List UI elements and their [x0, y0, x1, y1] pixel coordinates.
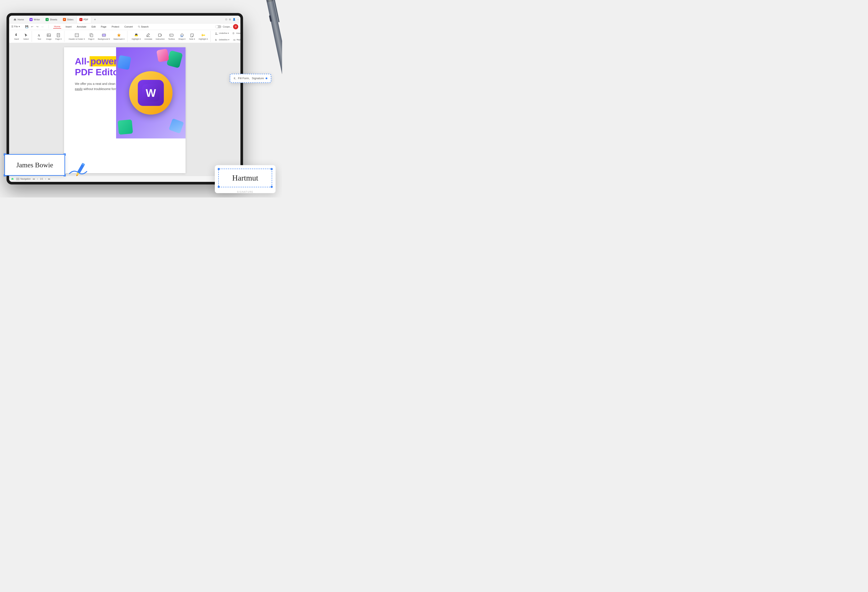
nav-first[interactable]: ⏮: [33, 178, 35, 180]
page2-button[interactable]: Page ▾: [87, 32, 96, 41]
tab-ctrl-grid[interactable]: ⊡: [225, 18, 227, 21]
insert-symbol-button[interactable]: Ω Insert Symbol: [231, 31, 241, 36]
tab-slides-label: Slides: [67, 18, 74, 21]
select-label: Select: [23, 38, 29, 40]
blue-pen-decoration: [67, 161, 93, 180]
menu-annotate[interactable]: Annotate: [76, 25, 87, 28]
add-tab-button[interactable]: +: [93, 17, 97, 22]
svg-rect-39: [16, 179, 19, 179]
james-corners: [4, 154, 66, 176]
page-label: Page ▾: [55, 38, 62, 40]
hartmut-signature-card: Hartmut SIGNATURE: [215, 165, 276, 193]
user-avatar[interactable]: U: [233, 24, 238, 29]
shape-button[interactable]: Shape ▾: [177, 32, 187, 41]
svg-text:A: A: [38, 34, 40, 37]
tab-pdf[interactable]: P PDF: [77, 16, 91, 23]
annotate-label: Annotate: [144, 38, 152, 40]
page-button[interactable]: Page ▾: [54, 32, 63, 41]
shape-icon: [180, 33, 185, 38]
tab-slides[interactable]: P Slides: [61, 16, 76, 23]
background-button[interactable]: Background ▾: [97, 32, 111, 41]
highlight2-button[interactable]: Highlight ▾: [197, 32, 209, 41]
deco-3: [117, 55, 131, 70]
file-menu[interactable]: ☰ File ▾: [11, 25, 20, 28]
svg-rect-19: [135, 35, 138, 36]
svg-rect-21: [158, 34, 161, 37]
page2-icon: [89, 33, 94, 38]
highlight2-icon: [201, 33, 206, 38]
pdf-illustration: W: [116, 47, 186, 139]
tab-ctrl-minimize[interactable]: −: [238, 18, 239, 21]
menu-protect[interactable]: Protect: [111, 25, 120, 28]
deleteline-button[interactable]: S̶ Deleteline ▾: [214, 37, 231, 42]
corner-bl: [218, 186, 220, 188]
menu-search[interactable]: Search: [137, 25, 149, 28]
nav-next[interactable]: ›: [45, 178, 46, 180]
menu-insert[interactable]: Insert: [65, 25, 72, 28]
tab-sheets[interactable]: S Sheets: [43, 16, 60, 23]
fill-form-dot: [266, 77, 267, 79]
file-label[interactable]: ☰ File ▾: [11, 25, 20, 28]
fill-form-text: it、Fill Form、Signature: [234, 77, 264, 80]
image-button[interactable]: Image: [44, 32, 53, 41]
tab-ctrl-split[interactable]: ⊞: [229, 18, 231, 21]
note-icon: [190, 33, 195, 38]
hand-label: Hand: [14, 38, 19, 40]
home-icon: [13, 18, 16, 21]
note-button[interactable]: Note ▾: [188, 32, 196, 41]
redo-icon[interactable]: ↪: [35, 25, 39, 28]
menu-page[interactable]: Page: [100, 25, 108, 28]
textbox-button[interactable]: T Textbox: [167, 32, 176, 41]
nav-last[interactable]: ⏭: [48, 178, 50, 180]
instruction-button[interactable]: Instruction: [154, 32, 166, 41]
svg-text:Ab: Ab: [233, 39, 235, 41]
hand-button[interactable]: Hand: [12, 32, 21, 41]
instruction-label: Instruction: [156, 38, 165, 40]
menu-convert[interactable]: Convert: [124, 25, 134, 28]
undo-icon[interactable]: ↩: [30, 25, 34, 28]
header-footer-icon: [74, 33, 79, 38]
ribbon-group-text-image: A Text Image: [34, 31, 65, 42]
highlight-label: Highlight ▾: [132, 38, 141, 40]
pdf-page: All-powerful PDF Editor We offer you a n…: [64, 47, 186, 173]
tab-ctrl-user[interactable]: 👤: [233, 18, 236, 21]
annotate-button[interactable]: Annotate: [143, 32, 154, 41]
header-footer-button[interactable]: Header & Footer ▾: [68, 32, 86, 41]
ribbon: Hand Select A: [9, 30, 241, 43]
svg-rect-40: [16, 180, 19, 180]
page2-label: Page ▾: [88, 38, 94, 40]
shape-label: Shape ▾: [179, 38, 186, 40]
page-icon: [56, 33, 61, 38]
tab-writer[interactable]: W Writer: [27, 16, 43, 23]
wps-w-logo: W: [138, 80, 164, 106]
cooperate-toggle[interactable]: Coope... U: [215, 24, 238, 29]
svg-rect-16: [102, 34, 106, 37]
text-label: Text: [38, 38, 41, 40]
ribbon-group-hand-select: Hand Select: [11, 31, 32, 42]
save-icon[interactable]: 💾: [25, 25, 29, 28]
more-icon[interactable]: ···: [41, 25, 44, 28]
watermark-button[interactable]: Watermark ▾: [112, 32, 126, 41]
ribbon-group-underline: U Underline ▾ Ω Insert Symbol S̶ D: [213, 31, 241, 42]
select-button[interactable]: Select: [22, 32, 30, 41]
watermark-label: Watermark ▾: [114, 38, 124, 40]
menu-edit[interactable]: Edit: [91, 25, 97, 28]
svg-text:U: U: [215, 32, 217, 34]
tab-home[interactable]: Home: [11, 16, 27, 23]
nav-prev[interactable]: ‹: [37, 178, 38, 180]
scene: Home W Writer S Sheets P Slides: [0, 0, 282, 198]
underline-button[interactable]: U Underline ▾: [214, 31, 230, 36]
cooperate-switch[interactable]: [215, 25, 221, 28]
js-corner-tl: [4, 154, 6, 156]
replacements-button[interactable]: Ab Replacements ▾: [232, 37, 241, 42]
svg-text:Ω: Ω: [233, 32, 234, 34]
svg-marker-18: [117, 33, 121, 37]
text-button[interactable]: A Text: [35, 32, 44, 41]
toolbar-area: ☰ File ▾ 💾 ↩ ↪ ··· Home Insert Annotate …: [9, 24, 241, 43]
nav-toggle[interactable]: Navigation: [16, 178, 31, 180]
image-icon: [46, 33, 51, 38]
menu-home[interactable]: Home: [53, 25, 61, 29]
tab-writer-label: Writer: [34, 18, 40, 21]
highlight-button[interactable]: Highlight ▾: [130, 32, 142, 41]
deco-4: [118, 120, 133, 134]
